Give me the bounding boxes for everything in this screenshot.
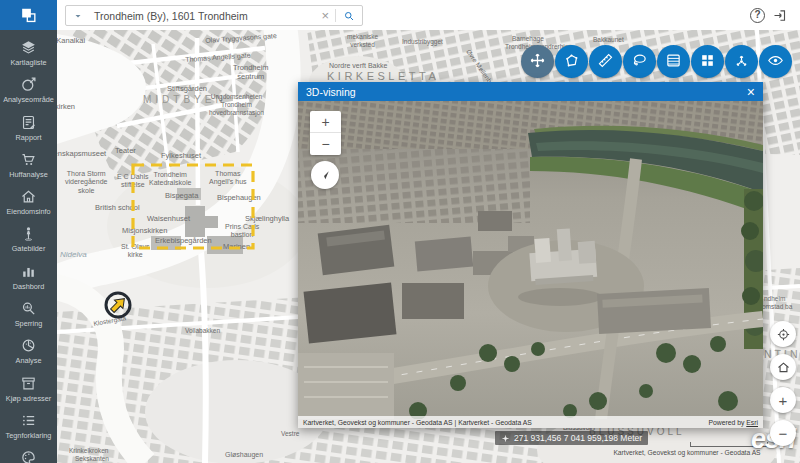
3d-attribution-text: Kartverket, Geovekst og kommuner - Geoda… [303, 419, 532, 426]
measure-icon [597, 52, 614, 72]
magnifier-icon [20, 300, 37, 317]
table-icon [665, 52, 682, 72]
3d-zoom-in-button[interactable]: + [310, 111, 341, 133]
search-bar: Trondheim (By), 1601 Trondheim × [65, 5, 363, 26]
3d-attribution: Kartverket, Geovekst og kommuner - Geoda… [298, 416, 763, 428]
select-area-icon [563, 52, 580, 72]
search-button[interactable] [336, 10, 362, 22]
pie-icon [20, 337, 37, 354]
lasso-icon [631, 52, 648, 72]
sidebar-item-gatebilder[interactable]: Gatebilder [0, 225, 57, 252]
coordinates-text: 271 931,456 7 041 959,198 Meter [514, 433, 642, 443]
sidebar-item-eiendomsinfo[interactable]: Eiendomsinfo [0, 188, 57, 215]
topbar: Trondheim (By), 1601 Trondheim × ? [0, 0, 800, 30]
sidebar-item-huffanalyse[interactable]: Huffanalyse [0, 151, 57, 178]
top-actions: ? [750, 7, 788, 23]
sidebar-item-rapport[interactable]: Rapport [0, 114, 57, 141]
sidebar-item-tegnforklaring[interactable]: Tegnforklaring [0, 412, 57, 439]
analysis-area-outline [130, 162, 256, 251]
clear-search-button[interactable]: × [315, 9, 335, 22]
3d-scene-graphics [298, 101, 763, 428]
3d-zoom-out-button[interactable]: − [310, 133, 341, 155]
pan-icon [529, 52, 546, 72]
zoom-in-button[interactable]: + [770, 387, 796, 413]
sidebar-item-sperring[interactable]: Sperring [0, 300, 57, 327]
search-scope-dropdown[interactable] [66, 6, 90, 25]
visibility-button[interactable] [759, 45, 792, 78]
street-view-marker[interactable] [104, 291, 132, 319]
close-3d-panel-button[interactable]: × [747, 85, 755, 99]
sidebar-item-tegn[interactable]: Tegn [0, 449, 57, 463]
home-button[interactable] [770, 354, 796, 380]
zoom-out-button[interactable]: − [770, 420, 796, 446]
select-area-button[interactable] [555, 45, 588, 78]
box-icon [20, 375, 37, 392]
crosshair-icon [501, 434, 510, 443]
streetview-icon [20, 225, 37, 242]
help-button[interactable]: ? [750, 8, 765, 23]
barchart-icon [20, 263, 37, 280]
apps-button[interactable] [691, 45, 724, 78]
sidebar: Kartlagliste Analyseområde Rapport Huffa… [0, 30, 57, 463]
sidebar-item-kartlagliste[interactable]: Kartlagliste [0, 39, 57, 66]
map-toolbar [521, 45, 792, 78]
share-icon [733, 52, 750, 72]
table-button[interactable] [657, 45, 690, 78]
coordinate-readout: 271 931,456 7 041 959,198 Meter [495, 431, 648, 445]
app-logo[interactable] [0, 0, 57, 30]
3d-panel-title: 3D-visning [306, 86, 356, 98]
legend-icon [20, 412, 37, 429]
map-attribution: Kartverket, Geovekst og kommuner - Geoda… [602, 449, 772, 456]
sidebar-item-kjop-adresser[interactable]: Kjøp adresser [0, 375, 57, 402]
3d-panel-header[interactable]: 3D-visning × [298, 82, 763, 101]
esri-link[interactable]: Esri [746, 419, 758, 426]
measure-button[interactable] [589, 45, 622, 78]
search-input[interactable]: Trondheim (By), 1601 Trondheim [90, 10, 315, 22]
palette-icon [20, 449, 37, 463]
sidebar-item-dashbord[interactable]: Dashbord [0, 263, 57, 290]
house-icon [20, 188, 37, 205]
eye-icon [767, 52, 784, 72]
analysis-area-icon [20, 76, 37, 93]
compass-button[interactable] [311, 161, 339, 189]
share-button[interactable] [725, 45, 758, 78]
lasso-button[interactable] [623, 45, 656, 78]
logout-button[interactable] [772, 7, 788, 23]
3d-scene[interactable]: + − Kartverket, Geovekst og kommuner - G… [298, 101, 763, 428]
powered-by-prefix: Powered by [708, 419, 744, 426]
3d-view-panel: 3D-visning × [298, 82, 763, 428]
locate-button[interactable] [770, 321, 796, 347]
map-canvas[interactable]: Vestre KanalkaiOlav Tryggvasons gateThom… [57, 30, 800, 463]
sidebar-item-analyse[interactable]: Analyse [0, 337, 57, 364]
report-icon [20, 114, 37, 131]
3d-zoom-control: + − [310, 111, 341, 155]
cart-icon [20, 151, 37, 168]
powered-by: Powered by Esri [708, 419, 758, 426]
grid-icon [699, 52, 716, 72]
sidebar-item-analyseomrade[interactable]: Analyseområde [0, 76, 57, 103]
pan-button[interactable] [521, 45, 554, 78]
layers-icon [20, 39, 37, 56]
